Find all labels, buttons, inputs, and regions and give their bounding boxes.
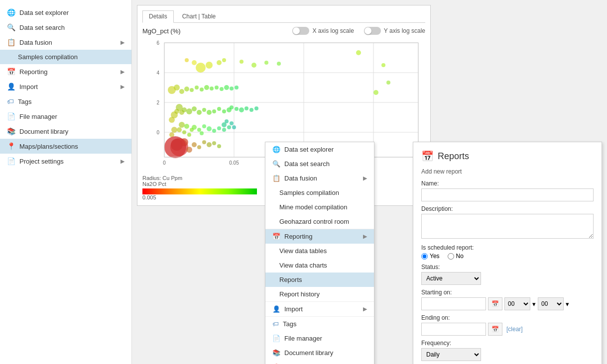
svg-point-81 bbox=[235, 86, 239, 90]
clipboard-icon: 📋 bbox=[7, 38, 15, 46]
svg-point-71 bbox=[184, 87, 189, 91]
frequency-row: Frequency: Daily Weekly Monthly bbox=[421, 340, 594, 361]
frequency-select[interactable]: Daily Weekly Monthly bbox=[421, 348, 481, 361]
svg-point-92 bbox=[356, 50, 361, 55]
sidebar-item-project-settings[interactable]: 📄 Project settings ▶ bbox=[0, 154, 131, 169]
svg-text:0: 0 bbox=[163, 160, 166, 166]
calendar-icon: 📅 bbox=[272, 233, 280, 240]
dropdown-item-maps-plans-sections[interactable]: 📍 Maps/plans/sections bbox=[265, 360, 374, 364]
tab-details[interactable]: Details bbox=[142, 10, 174, 23]
sidebar-item-reporting[interactable]: 📅 Reporting ▶ bbox=[0, 64, 131, 79]
svg-point-62 bbox=[230, 105, 234, 109]
sidebar-item-data-fusion[interactable]: 📋 Data fusion ▶ bbox=[0, 35, 131, 50]
clear-link[interactable]: [clear] bbox=[506, 326, 523, 333]
ending-date-input[interactable] bbox=[421, 323, 486, 336]
chevron-right-icon: ▶ bbox=[363, 233, 367, 240]
starting-date-picker-button[interactable]: 📅 bbox=[488, 297, 502, 310]
sidebar-item-document-library[interactable]: 📚 Document library bbox=[0, 124, 131, 139]
dropdown-item-geohazard-control-room[interactable]: Geohazard control room bbox=[265, 214, 374, 229]
svg-point-87 bbox=[222, 58, 226, 62]
sidebar-item-maps-plans-sections[interactable]: 📍 Maps/plans/sections bbox=[0, 139, 131, 154]
no-radio-label[interactable]: No bbox=[448, 253, 464, 260]
starting-date-input[interactable] bbox=[421, 297, 486, 310]
color-bar bbox=[142, 188, 257, 194]
sidebar-item-samples-compilation[interactable]: Samples compilation bbox=[0, 50, 131, 64]
file-icon: 📄 bbox=[7, 112, 15, 120]
pin-icon: 📍 bbox=[7, 142, 15, 150]
svg-point-33 bbox=[184, 124, 189, 129]
starting-on-label: Starting on: bbox=[421, 289, 594, 296]
dropdown-item-data-set-explorer[interactable]: 🌐 Data set explorer bbox=[265, 142, 374, 157]
dropdown-item-report-history[interactable]: Report history bbox=[265, 287, 374, 301]
svg-point-90 bbox=[264, 61, 268, 65]
dropdown-item-reporting[interactable]: 📅 Reporting ▶ bbox=[265, 229, 374, 244]
svg-point-85 bbox=[206, 62, 213, 69]
sidebar-item-file-manager[interactable]: 📄 File manager bbox=[0, 109, 131, 124]
svg-point-56 bbox=[202, 108, 206, 112]
dropdown-item-reports[interactable]: Reports bbox=[265, 273, 374, 287]
dropdown-menu: 🌐 Data set explorer 🔍 Data set search 📋 … bbox=[265, 142, 374, 364]
reports-panel: 📅 Reports Add new report Name: Descripti… bbox=[413, 142, 602, 364]
ending-date-picker-button[interactable]: 📅 bbox=[488, 323, 502, 336]
y-axis-toggle[interactable] bbox=[364, 27, 381, 35]
reports-title: Reports bbox=[438, 151, 469, 162]
description-textarea[interactable] bbox=[421, 214, 594, 239]
dropdown-item-tags[interactable]: 🏷 Tags bbox=[265, 317, 374, 331]
chevron-right-icon: ▶ bbox=[121, 39, 124, 46]
dropdown-item-view-data-charts[interactable]: View data charts bbox=[265, 258, 374, 273]
svg-point-24 bbox=[212, 141, 216, 145]
svg-point-77 bbox=[215, 86, 219, 90]
name-input[interactable] bbox=[421, 188, 594, 201]
dropdown-item-data-set-search[interactable]: 🔍 Data set search bbox=[265, 157, 374, 171]
dropdown-item-mine-model-compilation[interactable]: Mine model compilation bbox=[265, 200, 374, 214]
svg-point-91 bbox=[277, 62, 281, 66]
main-content: Details Chart | Table MgO_pct (%) X axis… bbox=[132, 0, 607, 364]
tab-chart-table[interactable]: Chart | Table bbox=[176, 10, 223, 22]
svg-point-40 bbox=[217, 126, 221, 130]
svg-point-37 bbox=[202, 124, 206, 128]
svg-point-38 bbox=[207, 126, 212, 131]
dropdown-item-data-fusion[interactable]: 📋 Data fusion ▶ bbox=[265, 171, 374, 185]
search-icon: 🔍 bbox=[272, 160, 280, 168]
yes-radio-label[interactable]: Yes bbox=[421, 253, 440, 260]
sidebar-item-tags[interactable]: 🏷 Tags bbox=[0, 94, 131, 109]
chevron-right-icon: ▶ bbox=[121, 84, 124, 90]
x-axis-toggle[interactable] bbox=[292, 27, 309, 35]
svg-point-22 bbox=[202, 140, 206, 144]
svg-point-28 bbox=[177, 127, 182, 132]
svg-point-44 bbox=[225, 119, 229, 123]
name-row: Name: bbox=[421, 180, 594, 201]
dropdown-item-document-library[interactable]: 📚 Document library bbox=[265, 346, 374, 360]
status-select[interactable]: Active Inactive bbox=[421, 272, 481, 285]
tag-icon: 🏷 bbox=[272, 320, 279, 328]
is-scheduled-label: Is scheduled report: bbox=[421, 244, 594, 251]
dropdown-item-file-manager[interactable]: 📄 File manager bbox=[265, 331, 374, 346]
svg-point-46 bbox=[232, 125, 236, 129]
ending-on-controls: 📅 [clear] bbox=[421, 323, 594, 336]
starting-hour-select[interactable]: 00 bbox=[504, 297, 530, 310]
dropdown-item-view-data-tables[interactable]: View data tables bbox=[265, 244, 374, 258]
svg-point-88 bbox=[240, 60, 243, 64]
no-radio[interactable] bbox=[448, 253, 454, 260]
clipboard-icon: 📋 bbox=[272, 175, 280, 182]
dropdown-item-import[interactable]: 👤 Import ▶ bbox=[265, 302, 374, 316]
globe-icon: 🌐 bbox=[7, 8, 15, 16]
status-row: Status: Active Inactive bbox=[421, 264, 594, 285]
svg-point-45 bbox=[230, 121, 234, 125]
svg-point-86 bbox=[217, 60, 222, 65]
sidebar-item-import[interactable]: 👤 Import ▶ bbox=[0, 79, 131, 94]
chevron-right-icon: ▶ bbox=[363, 175, 367, 182]
yes-radio[interactable] bbox=[421, 253, 428, 260]
description-label: Description: bbox=[421, 205, 594, 212]
add-new-report-label: Add new report bbox=[421, 168, 594, 175]
svg-point-79 bbox=[224, 85, 229, 90]
sidebar-item-data-set-search[interactable]: 🔍 Data set search bbox=[0, 20, 131, 35]
svg-text:2: 2 bbox=[156, 100, 159, 105]
svg-point-30 bbox=[182, 130, 186, 134]
starting-minute-select[interactable]: 00 bbox=[538, 297, 564, 310]
dropdown-item-samples-compilation[interactable]: Samples compilation bbox=[265, 185, 374, 200]
x-axis-control: X axis log scale bbox=[292, 27, 354, 35]
sidebar-item-data-set-explorer[interactable]: 🌐 Data set explorer bbox=[0, 5, 131, 20]
svg-rect-97 bbox=[164, 43, 418, 157]
svg-point-76 bbox=[210, 87, 214, 91]
